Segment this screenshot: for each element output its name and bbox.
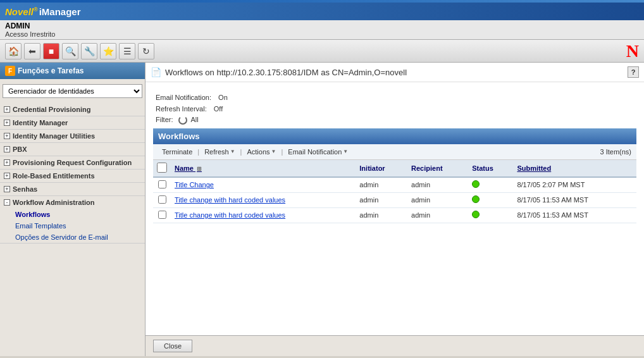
tools-btn[interactable]: 🔧 — [81, 43, 97, 59]
row-checkbox-cell-0 — [153, 177, 171, 193]
row-submitted-0: 8/17/05 2:07 PM MST — [513, 177, 636, 193]
content-inner: Email Notification: On Refresh Interval:… — [146, 82, 644, 335]
actions-dropdown[interactable]: Actions ▼ — [243, 147, 280, 157]
table-row: Title Change admin admin 8/17/05 2:07 PM… — [153, 177, 636, 193]
search-btn[interactable]: 🔍 — [62, 43, 78, 59]
identity-manager-label: Identity Manager — [13, 119, 68, 127]
sidebar-item-pbx[interactable]: + PBX — [0, 143, 145, 156]
role-based-label: Role-Based Entitlements — [13, 172, 95, 180]
separator-2: | — [239, 148, 244, 156]
filter-value: All — [191, 114, 199, 126]
row-initiator-2: admin — [356, 207, 407, 223]
row-status-2 — [468, 207, 513, 223]
sidebar-item-identity-manager[interactable]: + Identity Manager — [0, 116, 145, 129]
col-header-name[interactable]: Name ⊞ — [171, 160, 356, 177]
admin-name: ADMIN — [5, 22, 639, 30]
status-dot-0 — [472, 180, 480, 188]
email-notification-toolbar-label: Email Notification — [288, 148, 342, 156]
refresh-interval-info: Refresh Interval: Off — [156, 104, 634, 115]
credential-provisioning-label: Credential Provisioning — [13, 106, 90, 113]
favorites-btn[interactable]: ⭐ — [100, 43, 116, 59]
col-name-label: Name — [175, 164, 194, 172]
col-status-label: Status — [472, 164, 493, 172]
portal-btn[interactable]: ■ — [43, 43, 59, 59]
sidebar-section-credential-provisioning: + Credential Provisioning — [0, 103, 145, 116]
terminate-button[interactable]: Terminate — [158, 147, 196, 157]
row-status-0 — [468, 177, 513, 193]
row-checkbox-cell-2 — [153, 207, 171, 223]
email-notification-value: On — [218, 94, 228, 101]
senhas-label: Senhas — [13, 185, 37, 193]
bottom-bar: Close — [146, 335, 644, 356]
col-recipient-label: Recipient — [411, 164, 443, 172]
sidebar-link-email-templates[interactable]: Email Templates — [0, 220, 145, 231]
row-checkbox-cell-1 — [153, 192, 171, 207]
close-button[interactable]: Close — [153, 340, 192, 352]
select-all-checkbox[interactable] — [157, 163, 167, 173]
help-button[interactable]: ? — [628, 66, 639, 78]
col-header-submitted[interactable]: Submitted — [513, 160, 636, 177]
app-title: iManager — [39, 6, 81, 17]
col-header-status: Status — [468, 160, 513, 177]
col-submitted-label: Submitted — [517, 164, 551, 172]
info-section: Email Notification: On Refresh Interval:… — [153, 87, 636, 128]
novell-n-logo: N — [626, 41, 639, 61]
filter-label: Filter: — [156, 114, 173, 126]
workflows-toolbar: Terminate | Refresh ▼ | Actions ▼ | Emai… — [153, 144, 636, 160]
workflows-table: Name ⊞ Initiator Recipient Status — [153, 160, 636, 223]
separator-3: | — [280, 148, 284, 156]
col-header-initiator: Initiator — [356, 160, 407, 177]
row-recipient-2: admin — [407, 207, 468, 223]
row-initiator-0: admin — [356, 177, 407, 193]
sidebar-link-opcoes-servidor[interactable]: Opções de Servidor de E-mail — [0, 231, 145, 243]
back-btn[interactable]: ⬅ — [24, 43, 40, 59]
content-area: 📄 Workflows on http://10.2.30.175:8081/I… — [146, 63, 644, 356]
sidebar-link-workflows[interactable]: Workflows — [0, 209, 145, 220]
row-checkbox-2[interactable] — [158, 211, 166, 219]
row-checkbox-1[interactable] — [158, 195, 166, 204]
refresh-dropdown-arrow: ▼ — [230, 149, 235, 154]
sidebar-item-credential-provisioning[interactable]: + Credential Provisioning — [0, 103, 145, 116]
sidebar-item-provisioning-request[interactable]: + Provisioning Request Configuration — [0, 156, 145, 169]
sidebar-item-role-based[interactable]: + Role-Based Entitlements — [0, 170, 145, 182]
sidebar-section-idm-utilities: + Identity Manager Utilities — [0, 130, 145, 143]
workflow-admin-label: Workflow Administration — [13, 199, 95, 206]
workflows-table-container: Workflows Terminate | Refresh ▼ | Action… — [153, 128, 636, 223]
sidebar-item-idm-utilities[interactable]: + Identity Manager Utilities — [0, 130, 145, 142]
row-name-2: Title change with hard coded values — [171, 207, 356, 223]
identity-manager-dropdown[interactable]: Gerenciador de Identidades — [3, 84, 142, 98]
home-btn[interactable]: 🏠 — [5, 43, 22, 59]
table-header-row: Name ⊞ Initiator Recipient Status — [153, 160, 636, 177]
actions-label: Actions — [247, 148, 269, 156]
app-header: Novell® iManager — [0, 3, 644, 20]
row-name-0: Title Change — [171, 177, 356, 193]
workflows-section-header: Workflows — [153, 128, 636, 144]
status-dot-1 — [472, 195, 480, 203]
refresh-btn[interactable]: ↻ — [138, 43, 154, 59]
row-checkbox-0[interactable] — [158, 180, 166, 188]
page-icon: 📄 — [151, 67, 161, 77]
email-notification-dropdown-arrow: ▼ — [343, 149, 348, 154]
list-btn[interactable]: ☰ — [119, 43, 135, 59]
email-notification-label: Email Notification: — [156, 94, 211, 101]
expand-icon-role-based: + — [4, 173, 10, 179]
expand-icon-pbx: + — [4, 146, 10, 152]
refresh-interval-value: Off — [214, 105, 223, 113]
workflow-link-1[interactable]: Title change with hard coded values — [175, 196, 285, 204]
sidebar-item-workflow-admin[interactable]: - Workflow Administration — [0, 196, 145, 209]
novell-brand: Novell® — [5, 6, 38, 17]
table-row: Title change with hard coded values admi… — [153, 207, 636, 223]
sidebar-section-provisioning-request: + Provisioning Request Configuration — [0, 156, 145, 170]
refresh-dropdown[interactable]: Refresh ▼ — [201, 147, 238, 157]
workflow-link-2[interactable]: Title change with hard coded values — [175, 211, 285, 219]
email-notification-dropdown[interactable]: Email Notification ▼ — [284, 147, 352, 157]
main-toolbar: 🏠 ⬅ ■ 🔍 🔧 ⭐ ☰ ↻ N — [0, 40, 644, 63]
row-recipient-1: admin — [407, 192, 468, 207]
sidebar-header-label: Funções e Tarefas — [18, 66, 84, 75]
filter-refresh-icon — [178, 116, 187, 125]
expand-icon-credential: + — [4, 106, 10, 113]
col-header-checkbox — [153, 160, 171, 177]
sidebar-item-senhas[interactable]: + Senhas — [0, 183, 145, 195]
col-initiator-label: Initiator — [359, 164, 385, 172]
workflow-link-0[interactable]: Title Change — [175, 181, 214, 188]
